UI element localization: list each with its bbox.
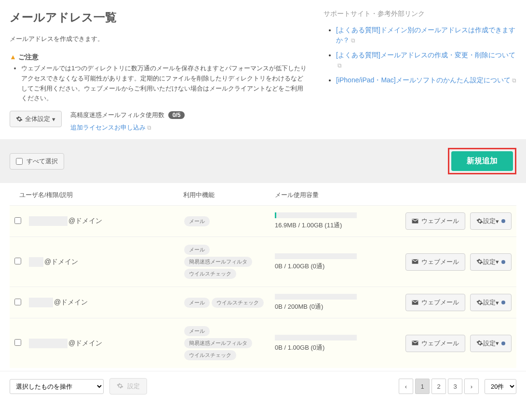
col-usage-header: メール使用容量 xyxy=(275,191,516,199)
feature-tag: メール xyxy=(184,298,210,308)
bulk-action-select[interactable]: 選択したものを操作 xyxy=(10,379,104,394)
row-features: メールウイルスチェック xyxy=(183,297,275,309)
chevron-down-icon: ▾ xyxy=(496,340,499,347)
bulk-settings-label: 設定 xyxy=(127,382,140,390)
chevron-down-icon: ▾ xyxy=(496,218,499,225)
support-link[interactable]: [よくある質問]メールアドレスの作成・変更・削除について⧉ xyxy=(336,51,515,69)
row-checkbox[interactable] xyxy=(14,217,21,224)
filter-count-label: 高精度迷惑メールフィルタ使用数 xyxy=(70,111,164,118)
support-link[interactable]: [iPhone/iPad・Mac]メールソフトのかんたん設定について⧉ xyxy=(336,76,516,84)
table-row: @ドメインメール簡易迷惑メールフィルタウイルスチェック0B / 1.00GB (… xyxy=(10,236,516,287)
row-username: @ドメイン xyxy=(29,339,183,348)
table-row: @ドメインメールウイルスチェック0B / 200MB (0通)ウェブメール 設定… xyxy=(10,287,516,318)
status-dot-icon xyxy=(501,341,505,345)
row-usage: 0B / 1.00GB (0通) xyxy=(275,335,371,352)
envelope-icon xyxy=(412,218,418,225)
row-username: @ドメイン xyxy=(29,298,183,307)
external-link-icon: ⧉ xyxy=(337,62,342,69)
license-link[interactable]: 追加ライセンスお申し込み⧉ xyxy=(70,123,151,132)
chevron-down-icon: ▾ xyxy=(496,258,499,265)
warning-icon: ▲ xyxy=(10,53,16,61)
chevron-down-icon: ▾ xyxy=(52,116,55,123)
status-dot-icon xyxy=(501,260,505,264)
page-prev-button[interactable]: ‹ xyxy=(399,379,413,394)
envelope-icon xyxy=(412,340,418,347)
warning-text: ウェブメールでは1つのディレクトリに数万通のメールを保存されますとパフォーマンス… xyxy=(21,64,309,104)
gear-icon xyxy=(16,116,23,123)
feature-tag: メール xyxy=(184,326,210,336)
row-checkbox[interactable] xyxy=(14,299,21,305)
external-link-icon: ⧉ xyxy=(147,124,151,131)
table-row: @ドメインメール16.9MB / 1.00GB (11通)ウェブメール 設定 ▾ xyxy=(10,205,516,236)
envelope-icon xyxy=(412,299,418,306)
select-all-button[interactable]: すべて選択 xyxy=(10,153,64,170)
support-link[interactable]: [よくある質問]ドメイン別のメールアドレスは作成できますか？⧉ xyxy=(336,26,515,44)
per-page-select[interactable]: 20件 xyxy=(485,379,516,394)
gear-icon xyxy=(476,299,483,306)
add-new-button[interactable]: 新規追加 xyxy=(451,151,513,171)
row-usage: 0B / 200MB (0通) xyxy=(275,294,371,311)
feature-tag: メール xyxy=(184,245,210,255)
page-next-button[interactable]: › xyxy=(464,379,479,394)
page-button[interactable]: 1 xyxy=(415,379,430,394)
warning-block: ▲ご注意 ウェブメールでは1つのディレクトリに数万通のメールを保存されますとパフ… xyxy=(10,53,309,104)
row-username: @ドメイン xyxy=(29,257,183,267)
envelope-icon xyxy=(412,258,418,265)
feature-tag: メール xyxy=(184,216,210,226)
row-features: メール簡易迷惑メールフィルタウイルスチェック xyxy=(183,325,275,361)
page-description: メールアドレスを作成できます。 xyxy=(10,35,309,43)
row-username: @ドメイン xyxy=(29,216,183,226)
webmail-button[interactable]: ウェブメール xyxy=(405,335,465,352)
chevron-down-icon: ▾ xyxy=(496,299,499,306)
pagination: ‹ 123 › xyxy=(399,379,479,394)
global-settings-label: 全体設定 xyxy=(25,115,50,123)
col-user-header: ユーザ名/権限/説明 xyxy=(19,191,183,199)
page-button[interactable]: 2 xyxy=(432,379,446,394)
row-checkbox[interactable] xyxy=(14,339,21,346)
feature-tag: 簡易迷惑メールフィルタ xyxy=(184,257,252,267)
feature-tag: 簡易迷惑メールフィルタ xyxy=(184,338,252,348)
feature-tag: ウイルスチェック xyxy=(212,298,264,308)
feature-tag: ウイルスチェック xyxy=(184,269,236,279)
status-dot-icon xyxy=(501,301,505,304)
gear-icon xyxy=(117,382,125,390)
add-highlight-box: 新規追加 xyxy=(448,148,516,174)
select-all-label: すべて選択 xyxy=(27,157,58,166)
row-checkbox[interactable] xyxy=(14,258,21,264)
external-link-icon: ⧉ xyxy=(512,77,516,84)
row-settings-button[interactable]: 設定 ▾ xyxy=(470,253,512,271)
filter-count-badge: 0/5 xyxy=(168,111,185,119)
gear-icon xyxy=(476,340,483,347)
row-settings-button[interactable]: 設定 ▾ xyxy=(470,335,512,352)
webmail-button[interactable]: ウェブメール xyxy=(405,294,465,311)
gear-icon xyxy=(476,218,483,225)
row-usage: 16.9MB / 1.00GB (11通) xyxy=(275,212,371,230)
row-settings-button[interactable]: 設定 ▾ xyxy=(470,212,512,230)
table-row: @ドメインメール簡易迷惑メールフィルタウイルスチェック0B / 1.00GB (… xyxy=(10,318,516,368)
table-header: ユーザ名/権限/説明 利用中機能 メール使用容量 xyxy=(0,183,526,205)
webmail-button[interactable]: ウェブメール xyxy=(405,253,465,271)
feature-tag: ウイルスチェック xyxy=(184,350,236,360)
page-button[interactable]: 3 xyxy=(448,379,462,394)
gear-icon xyxy=(476,258,483,265)
external-link-icon: ⧉ xyxy=(351,37,355,44)
webmail-button[interactable]: ウェブメール xyxy=(405,212,465,230)
row-features: メール簡易迷惑メールフィルタウイルスチェック xyxy=(183,244,275,280)
status-dot-icon xyxy=(501,219,505,223)
col-features-header: 利用中機能 xyxy=(183,191,275,199)
global-settings-button[interactable]: 全体設定 ▾ xyxy=(10,111,62,127)
select-all-checkbox[interactable] xyxy=(16,158,23,165)
row-features: メール xyxy=(183,215,275,227)
bulk-settings-button[interactable]: 設定 xyxy=(109,378,147,394)
row-settings-button[interactable]: 設定 ▾ xyxy=(470,294,512,311)
row-usage: 0B / 1.00GB (0通) xyxy=(275,253,371,271)
support-heading: サポートサイト・参考外部リンク xyxy=(324,10,516,18)
page-title: メールアドレス一覧 xyxy=(10,10,309,25)
warning-label: ご注意 xyxy=(18,53,39,61)
